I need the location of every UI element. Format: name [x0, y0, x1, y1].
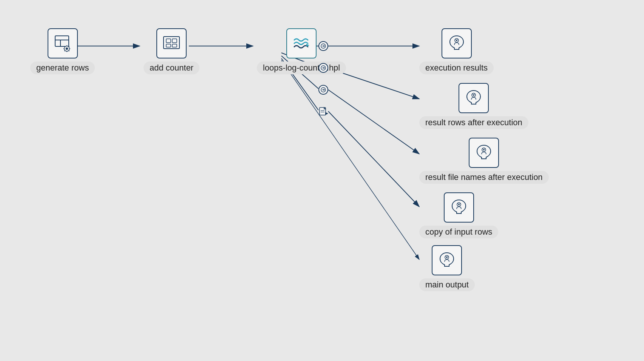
svg-rect-29 [172, 44, 177, 47]
copy-input-node[interactable]: copy of input rows [419, 192, 498, 238]
add-counter-label: add counter [144, 61, 199, 74]
svg-line-10 [328, 111, 419, 207]
svg-line-8 [328, 90, 419, 154]
result-rows-label: result rows after execution [419, 116, 528, 129]
result-files-icon-box [469, 138, 499, 168]
main-output-icon-box [432, 245, 462, 275]
connector-2 [318, 63, 328, 73]
svg-point-52 [473, 94, 474, 96]
svg-line-22 [69, 51, 69, 51]
add-counter-node[interactable]: add counter [144, 28, 199, 74]
connector-1 [318, 41, 328, 51]
generate-rows-icon-box [48, 28, 78, 58]
svg-point-64 [446, 257, 448, 258]
svg-marker-46 [325, 112, 328, 115]
connector-4 [318, 107, 328, 118]
svg-rect-26 [166, 39, 171, 43]
svg-point-48 [456, 40, 457, 41]
hpl-node[interactable]: loops-log-counter.hpl [257, 28, 346, 74]
result-files-label: result file names after execution [419, 171, 549, 184]
copy-input-label: copy of input rows [419, 226, 498, 238]
svg-rect-28 [166, 44, 171, 47]
main-output-label: main output [419, 278, 475, 291]
svg-line-11 [281, 60, 419, 260]
result-rows-icon-box [459, 83, 489, 113]
generate-rows-node[interactable]: generate rows [30, 28, 95, 74]
generate-rows-label: generate rows [30, 61, 95, 74]
connector-3 [318, 85, 328, 95]
svg-line-21 [64, 46, 65, 46]
main-output-node[interactable]: main output [419, 245, 475, 291]
svg-rect-12 [55, 36, 69, 46]
hpl-icon-box [286, 28, 317, 58]
svg-point-16 [66, 48, 68, 50]
copy-input-icon-box [444, 192, 474, 223]
svg-point-56 [483, 149, 485, 151]
svg-rect-27 [172, 39, 177, 43]
result-files-node[interactable]: result file names after execution [419, 138, 549, 184]
svg-point-60 [458, 204, 460, 205]
execution-results-node[interactable]: execution results [419, 28, 494, 74]
svg-line-24 [64, 51, 65, 51]
svg-line-23 [69, 46, 69, 46]
hpl-label: loops-log-counter.hpl [257, 61, 346, 74]
execution-results-label: execution results [419, 61, 494, 74]
result-rows-node[interactable]: result rows after execution [419, 83, 528, 129]
execution-results-icon-box [442, 28, 472, 58]
add-counter-icon-box [156, 28, 187, 58]
